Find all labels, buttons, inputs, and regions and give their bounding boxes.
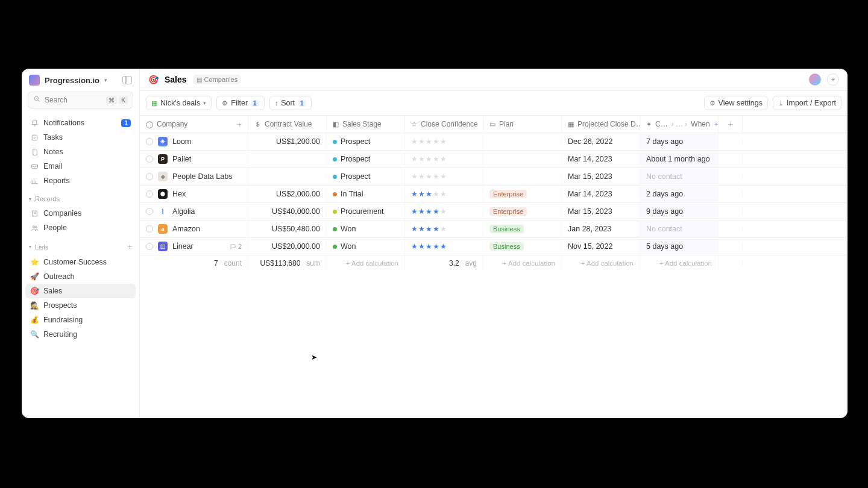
search-input[interactable]: Search ⌘K [28,92,133,108]
cell-close-confidence[interactable]: ★★★★★ [405,204,483,219]
cell-close-confidence[interactable]: ★★★★★ [405,221,483,237]
nav-item-sales[interactable]: 🎯Sales [25,284,136,298]
nav-item-prospects[interactable]: 🕵️Prospects [25,298,136,313]
sort-button[interactable]: ↕ Sort 1 [269,96,312,110]
cell-company[interactable]: ⬢Hex [140,186,248,202]
column-header-plan[interactable]: ▭Plan [483,116,562,132]
workspace-switcher[interactable]: Progression.io ▾ [22,69,139,92]
cell-projected-close[interactable]: Jan 28, 2023 [562,221,640,237]
column-header-close-confidence[interactable]: ☆Close Confidence [405,116,483,132]
add-member-button[interactable]: + [827,74,839,86]
comments-indicator[interactable]: 2 [230,243,242,250]
cell-when[interactable]: No contact [640,221,719,237]
cell-contract-value[interactable]: US$50,480.00 [248,221,327,237]
cell-contract-value[interactable]: US$2,000.00 [248,186,327,202]
cell-company[interactable]: aAmazon [140,221,248,237]
column-header-company[interactable]: ◯Company+ [140,116,248,133]
add-calculation-button[interactable]: + Add calculation [581,260,634,267]
cell-company[interactable]: ✳Loom [140,133,248,150]
nav-item-customer-success[interactable]: ⭐Customer Success [25,255,136,269]
nav-item-companies[interactable]: Companies [25,206,136,221]
cell-when[interactable]: 2 days ago [640,186,719,202]
nav-item-people[interactable]: People [25,221,136,235]
object-type-chip[interactable]: ▤ Companies [193,75,242,84]
cell-sales-stage[interactable]: Prospect [327,169,405,184]
cell-plan[interactable]: Enterprise [483,186,562,202]
nav-item-tasks[interactable]: Tasks [25,130,136,145]
table-row[interactable]: ✳LoomUS$1,200.00Prospect★★★★★Dec 26, 202… [140,133,848,151]
cell-plan[interactable] [483,138,562,145]
nav-item-fundraising[interactable]: 💰Fundraising [25,313,136,327]
cell-contract-value[interactable] [248,173,327,180]
cell-company[interactable]: ◈People Data Labs [140,168,248,185]
column-header-when[interactable]: ✦C… › … › When ✦ [640,116,719,132]
section-lists-header[interactable]: ▾ Lists + [22,236,139,254]
add-attribute-button[interactable]: + [237,120,242,129]
nav-item-reports[interactable]: Reports [25,174,136,188]
cell-close-confidence[interactable]: ★★★★★ [405,134,483,149]
cell-projected-close[interactable]: Dec 26, 2022 [562,134,640,149]
add-column-button[interactable]: + [719,116,743,133]
cell-contract-value[interactable]: US$40,000.00 [248,204,327,219]
cell-when[interactable]: No contact [640,169,719,184]
cell-company[interactable]: ⦚Algolia [140,203,248,220]
cell-projected-close[interactable]: Mar 14, 2023 [562,186,640,202]
sidebar-toggle-icon[interactable] [122,76,132,84]
nav-item-outreach[interactable]: 🚀Outreach [25,269,136,284]
table-row[interactable]: aAmazonUS$50,480.00Won★★★★★BusinessJan 2… [140,221,848,238]
cell-projected-close[interactable]: Mar 14, 2023 [562,151,640,167]
cell-sales-stage[interactable]: Prospect [327,134,405,149]
nav-item-email[interactable]: Email [25,159,136,174]
cell-projected-close[interactable]: Mar 15, 2023 [562,169,640,184]
cell-when[interactable]: 5 days ago [640,239,719,254]
cell-contract-value[interactable]: US$1,200.00 [248,134,327,149]
table-row[interactable]: ◫Linear2US$20,000.00Won★★★★★BusinessNov … [140,238,848,255]
cell-when[interactable]: About 1 month ago [640,151,719,167]
table-row[interactable]: ⦚AlgoliaUS$40,000.00Procurement★★★★★Ente… [140,203,848,221]
row-checkbox[interactable] [146,243,153,250]
nav-item-recruiting[interactable]: 🔍Recruiting [25,327,136,342]
cell-plan[interactable]: Business [483,221,562,237]
import-export-button[interactable]: ⤓ Import / Export [773,96,841,110]
add-calculation-button[interactable]: + Add calculation [503,260,555,267]
user-avatar[interactable] [809,74,821,86]
add-calculation-button[interactable]: + Add calculation [346,260,398,267]
cell-sales-stage[interactable]: In Trial [327,186,405,202]
cell-when[interactable]: 9 days ago [640,204,719,219]
cell-close-confidence[interactable]: ★★★★★ [405,151,483,167]
cell-company[interactable]: PPallet [140,151,248,167]
add-calculation-button[interactable]: + Add calculation [659,260,712,267]
column-header-projected-close-d-[interactable]: ▦Projected Close D… [562,116,640,132]
row-checkbox[interactable] [146,208,153,215]
cell-close-confidence[interactable]: ★★★★★ [405,239,483,254]
cell-sales-stage[interactable]: Procurement [327,204,405,219]
column-header-contract-value[interactable]: ＄Contract Value [248,116,327,133]
table-row[interactable]: ⬢HexUS$2,000.00In Trial★★★★★EnterpriseMa… [140,186,848,203]
cell-projected-close[interactable]: Nov 15, 2022 [562,239,640,254]
cell-company[interactable]: ◫Linear2 [140,238,248,255]
cell-projected-close[interactable]: Mar 15, 2023 [562,204,640,219]
cell-plan[interactable]: Enterprise [483,204,562,219]
add-list-button[interactable]: + [127,242,132,251]
cell-when[interactable]: 7 days ago [640,134,719,149]
table-row[interactable]: PPalletProspect★★★★★Mar 14, 2023About 1 … [140,151,848,168]
cell-contract-value[interactable] [248,155,327,163]
row-checkbox[interactable] [146,155,153,163]
table-row[interactable]: ◈People Data LabsProspect★★★★★Mar 15, 20… [140,168,848,186]
section-records-header[interactable]: ▾ Records [22,189,139,205]
filter-button[interactable]: ⚙ Filter 1 [216,96,264,110]
column-header-sales-stage[interactable]: ◧Sales Stage [327,116,405,132]
cell-sales-stage[interactable]: Prospect [327,151,405,167]
nav-item-notes[interactable]: Notes [25,145,136,159]
cell-sales-stage[interactable]: Won [327,221,405,237]
cell-close-confidence[interactable]: ★★★★★ [405,186,483,202]
row-checkbox[interactable] [146,173,153,180]
cell-plan[interactable] [483,155,562,163]
row-checkbox[interactable] [146,138,153,145]
cell-plan[interactable]: Business [483,239,562,254]
row-checkbox[interactable] [146,225,153,233]
cell-plan[interactable] [483,173,562,180]
nav-item-notifications[interactable]: Notifications1 [25,116,136,130]
cell-contract-value[interactable]: US$20,000.00 [248,239,327,254]
cell-close-confidence[interactable]: ★★★★★ [405,169,483,184]
